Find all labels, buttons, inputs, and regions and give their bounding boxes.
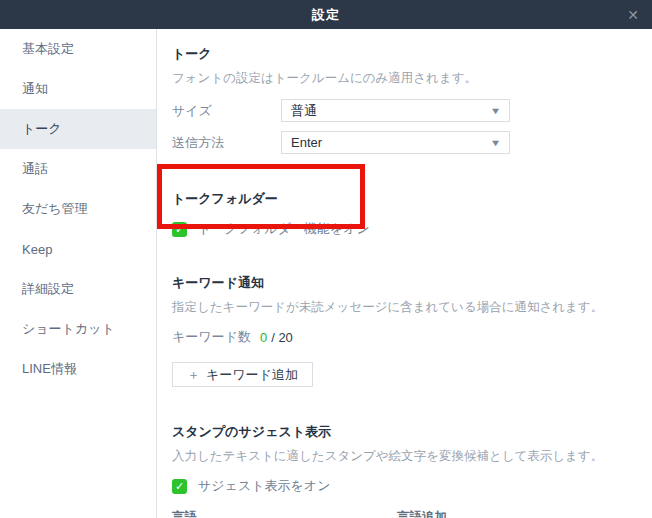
- language-column: 言語 ✓ English: [172, 509, 390, 518]
- checkbox-checked-icon[interactable]: ✓: [172, 222, 187, 237]
- language-label: 言語: [172, 509, 390, 518]
- language-add-label: 言語追加: [397, 509, 645, 518]
- dialog-title: 設定: [312, 6, 340, 24]
- keyword-heading: キーワード通知: [172, 274, 645, 292]
- close-icon[interactable]: ✕: [627, 8, 639, 22]
- keyword-count-max: / 20: [271, 330, 293, 345]
- suggest-toggle-label: サジェスト表示をオン: [198, 477, 330, 495]
- add-keyword-button[interactable]: ＋ キーワード追加: [172, 362, 313, 387]
- suggest-toggle[interactable]: ✓ サジェスト表示をオン: [172, 477, 645, 495]
- chevron-down-icon: ▼: [490, 106, 502, 116]
- language-columns: 言語 ✓ English 言語追加 Español Latinoam: [172, 509, 645, 518]
- checkbox-checked-icon[interactable]: ✓: [172, 479, 187, 494]
- talk-folder-toggle-label: トークフォルダー機能をオン: [198, 220, 370, 238]
- keyword-description: 指定したキーワードが未読メッセージに含まれている場合に通知されます。: [172, 299, 645, 316]
- settings-dialog: 設定 ✕ 基本設定 通知 トーク 通話 友だち管理 Keep 詳細設定 ショート…: [0, 0, 652, 518]
- talk-folder-section: トークフォルダー ✓ トークフォルダー機能をオン: [172, 190, 645, 238]
- font-size-row: サイズ 普通 ▼: [172, 99, 645, 122]
- sidebar-item-shortcuts[interactable]: ショートカット: [0, 309, 156, 349]
- title-bar: 設定 ✕: [0, 0, 652, 29]
- settings-content: トーク フォントの設定はトークルームにのみ適用されます。 サイズ 普通 ▼ 送信…: [157, 29, 652, 518]
- keyword-count-label: キーワード数: [172, 328, 251, 346]
- talk-section: トーク フォントの設定はトークルームにのみ適用されます。 サイズ 普通 ▼ 送信…: [172, 45, 645, 154]
- plus-icon: ＋: [187, 366, 200, 384]
- font-size-select[interactable]: 普通 ▼: [281, 99, 510, 122]
- suggest-section: スタンプのサジェスト表示 入力したテキストに適したスタンプや絵文字を変換候補とし…: [172, 423, 645, 518]
- chevron-down-icon: ▼: [490, 138, 502, 148]
- sidebar-item-advanced[interactable]: 詳細設定: [0, 269, 156, 309]
- keyword-count-row: キーワード数 0 / 20: [172, 328, 645, 346]
- talk-folder-heading: トークフォルダー: [172, 190, 645, 208]
- send-method-value: Enter: [291, 135, 322, 150]
- font-size-value: 普通: [291, 102, 317, 120]
- keyword-count-value: 0: [260, 330, 267, 345]
- suggest-description: 入力したテキストに適したスタンプや絵文字を変換候補として表示します。: [172, 448, 645, 465]
- suggest-heading: スタンプのサジェスト表示: [172, 423, 645, 441]
- add-keyword-button-label: キーワード追加: [206, 366, 298, 384]
- keyword-section: キーワード通知 指定したキーワードが未読メッセージに含まれている場合に通知されま…: [172, 274, 645, 387]
- sidebar-item-line-info[interactable]: LINE情報: [0, 349, 156, 389]
- send-method-label: 送信方法: [172, 134, 281, 152]
- dialog-body: 基本設定 通知 トーク 通話 友だち管理 Keep 詳細設定 ショートカット L…: [0, 29, 652, 518]
- settings-sidebar: 基本設定 通知 トーク 通話 友だち管理 Keep 詳細設定 ショートカット L…: [0, 29, 157, 518]
- talk-description: フォントの設定はトークルームにのみ適用されます。: [172, 70, 645, 87]
- font-size-label: サイズ: [172, 102, 281, 120]
- send-method-row: 送信方法 Enter ▼: [172, 131, 645, 154]
- send-method-select[interactable]: Enter ▼: [281, 131, 510, 154]
- sidebar-item-notifications[interactable]: 通知: [0, 69, 156, 109]
- language-add-column: 言語追加 Español Latinoamérica: [397, 509, 645, 518]
- sidebar-item-friends[interactable]: 友だち管理: [0, 189, 156, 229]
- sidebar-item-talk[interactable]: トーク: [0, 109, 156, 149]
- talk-folder-toggle[interactable]: ✓ トークフォルダー機能をオン: [172, 220, 645, 238]
- talk-heading: トーク: [172, 45, 645, 63]
- sidebar-item-basic-settings[interactable]: 基本設定: [0, 29, 156, 69]
- sidebar-item-calls[interactable]: 通話: [0, 149, 156, 189]
- sidebar-item-keep[interactable]: Keep: [0, 229, 156, 269]
